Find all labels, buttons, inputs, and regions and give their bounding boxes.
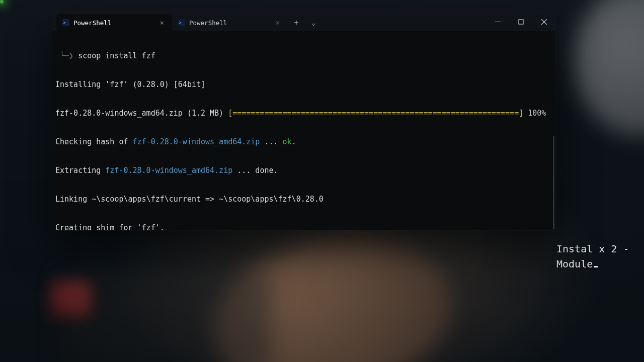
output-line: Creating shim for 'fzf'. bbox=[52, 223, 555, 230]
titlebar: >_ PowerShell × >_ PowerShell × + ⌄ bbox=[52, 12, 555, 31]
close-icon[interactable]: × bbox=[159, 19, 165, 27]
command-text: scoop install fzf bbox=[78, 51, 155, 60]
powershell-icon: >_ bbox=[62, 19, 69, 26]
tab-powershell-2[interactable]: >_ PowerShell × bbox=[172, 14, 288, 31]
close-button[interactable] bbox=[532, 12, 555, 31]
svg-rect-0 bbox=[519, 20, 523, 24]
tab-label: PowerShell bbox=[73, 19, 111, 27]
tab-label: PowerShell bbox=[189, 19, 227, 27]
prompt-glyph: └─❯ bbox=[60, 51, 73, 60]
terminal-window: >_ PowerShell × >_ PowerShell × + ⌄ └─❯ … bbox=[52, 12, 555, 230]
tab-dropdown-button[interactable]: ⌄ bbox=[305, 14, 322, 31]
tab-powershell-1[interactable]: >_ PowerShell × bbox=[56, 14, 172, 31]
maximize-button[interactable] bbox=[509, 12, 532, 31]
minimize-button[interactable] bbox=[486, 12, 509, 31]
chevron-down-icon: ⌄ bbox=[311, 18, 315, 27]
output-line: Installing 'fzf' (0.28.0) [64bit] bbox=[52, 80, 555, 89]
scrollbar-thumb[interactable] bbox=[553, 136, 554, 230]
output-line: Linking ~\scoop\apps\fzf\current => ~\sc… bbox=[52, 195, 555, 204]
powershell-icon: >_ bbox=[178, 19, 185, 26]
keystroke-overlay: Instal x 2 -Module bbox=[556, 241, 632, 272]
close-icon[interactable]: × bbox=[275, 19, 281, 27]
new-tab-button[interactable]: + bbox=[288, 14, 305, 31]
terminal-body[interactable]: └─❯ scoop install fzf Installing 'fzf' (… bbox=[52, 31, 555, 230]
